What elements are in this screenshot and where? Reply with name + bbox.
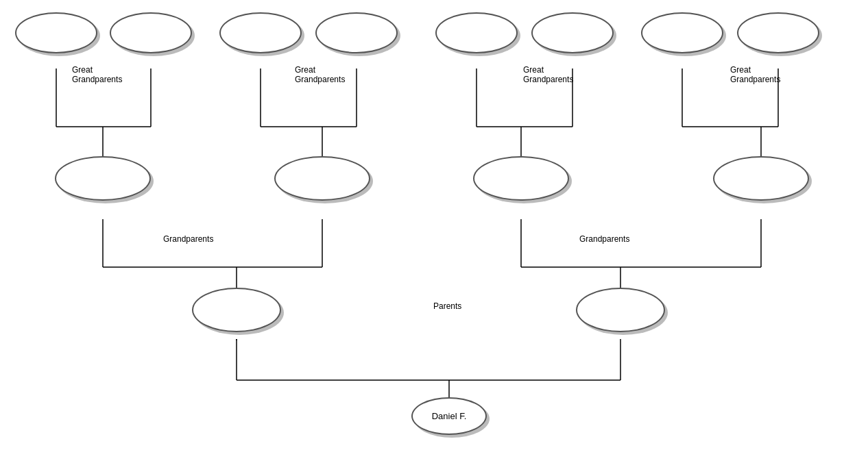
ggp-rl1-node <box>435 12 518 53</box>
parent-left-node <box>192 288 281 332</box>
ggp-lr1-node <box>219 12 302 53</box>
ggp-rl2-ellipse <box>531 12 614 53</box>
ggp-rl2-node <box>531 12 614 53</box>
ggp-lr2-node <box>315 12 398 53</box>
gp-ll-ellipse <box>55 156 151 201</box>
ggp-lr2-ellipse <box>315 12 398 53</box>
parent-right-node <box>576 288 665 332</box>
ggp-ll-label: GreatGrandparents <box>72 65 122 84</box>
ggp-lr1-ellipse <box>219 12 302 53</box>
gp-l-label: Grandparents <box>163 234 213 244</box>
gp-lr-node <box>274 156 370 201</box>
gp-rl-node <box>473 156 569 201</box>
ggp-rr1-ellipse <box>641 12 723 53</box>
parent-right-ellipse <box>576 288 665 332</box>
ggp-rr-label: GreatGrandparents <box>730 65 780 84</box>
gp-lr-ellipse <box>274 156 370 201</box>
ggp-rr2-ellipse <box>737 12 819 53</box>
gp-ll-node <box>55 156 151 201</box>
gp-rr-node <box>713 156 809 201</box>
ggp-lr-label: GreatGrandparents <box>295 65 345 84</box>
ggp-rr2-node <box>737 12 819 53</box>
parents-label: Parents <box>433 301 461 311</box>
ggp-ll1-ellipse <box>15 12 97 53</box>
subject-node: Daniel F. <box>411 397 487 435</box>
ggp-ll2-node <box>110 12 192 53</box>
gp-rl-ellipse <box>473 156 569 201</box>
gp-rr-ellipse <box>713 156 809 201</box>
family-tree: GreatGrandparents GreatGrandparents Grea… <box>0 0 868 463</box>
ggp-rl1-ellipse <box>435 12 518 53</box>
ggp-ll1-node <box>15 12 97 53</box>
ggp-ll2-ellipse <box>110 12 192 53</box>
ggp-rr1-node <box>641 12 723 53</box>
parent-left-ellipse <box>192 288 281 332</box>
ggp-rl-label: GreatGrandparents <box>523 65 573 84</box>
gp-r-label: Grandparents <box>579 234 629 244</box>
subject-ellipse: Daniel F. <box>411 397 487 435</box>
